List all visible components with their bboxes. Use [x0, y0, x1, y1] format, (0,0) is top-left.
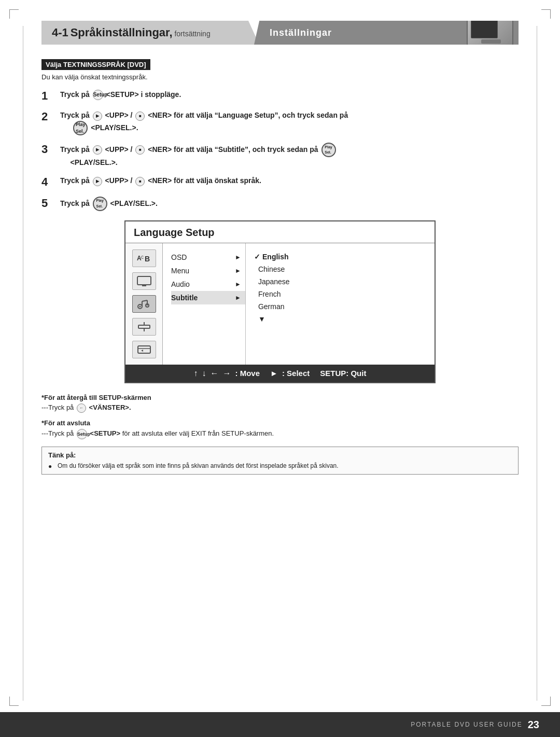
- lang-setup-header: Language Setup: [125, 221, 435, 243]
- lang-label-french: French: [258, 290, 281, 298]
- menu-item-audio-label: Audio: [171, 280, 190, 288]
- footer-up-arrow: ↑: [194, 369, 198, 378]
- page-number: 23: [528, 719, 539, 731]
- note2-text: ---Tryck på Setup <SETUP> för att avslut…: [41, 429, 519, 439]
- header-bar: 4-1 Språkinställningar, fortsättning Ins…: [41, 21, 519, 45]
- vline-left: [23, 26, 23, 701]
- corner-mark-tr: [541, 9, 551, 19]
- setup-icon-note2: Setup: [77, 429, 87, 439]
- section-heading: Välja TEXTNINGSSPRÅK [DVD]: [41, 59, 519, 73]
- corner-mark-bl: [9, 697, 19, 706]
- corner-mark-tl: [9, 9, 19, 19]
- footer-move-label: : Move: [235, 369, 260, 378]
- lang-label-english: English: [262, 253, 289, 261]
- play-sel-icon-5: PlaySel.: [93, 197, 107, 211]
- lang-option-english: ✓ English: [254, 251, 435, 263]
- menu-arrow-subtitle: ►: [235, 294, 241, 301]
- think-box-item: ● Om du försöker välja ett språk som int…: [48, 462, 512, 470]
- lang-option-japanese: Japanese: [254, 275, 435, 288]
- section-subtitle: fortsättning: [174, 30, 210, 38]
- svg-rect-4: [142, 285, 146, 286]
- step-2: 2 Tryck på ▶ <UPP> / ■ <NER> för att väl…: [41, 110, 519, 135]
- header-right: Inställningar: [254, 21, 519, 45]
- note1-title: *För att återgå till SETUP-skärmen: [41, 394, 519, 401]
- section-subtext: Du kan välja önskat textningsspråk.: [41, 73, 519, 81]
- section-number: 4-1: [52, 26, 68, 39]
- lang-label-japanese: Japanese: [258, 277, 290, 286]
- note-section: *För att återgå till SETUP-skärmen ---Tr…: [41, 394, 519, 439]
- lang-label-chinese: Chinese: [258, 265, 285, 273]
- ner-icon-2: ■: [135, 112, 145, 121]
- svg-text:c: c: [141, 254, 144, 260]
- svg-rect-11: [138, 325, 150, 328]
- header-title-box: 4-1 Språkinställningar, fortsättning: [41, 21, 259, 45]
- footer-right-arrow: →: [223, 369, 231, 378]
- bottom-bar: PORTABLE DVD USER GUIDE 23: [0, 712, 560, 737]
- step-1: 1 Tryck på Setup <SETUP> i stoppläge.: [41, 89, 519, 103]
- menu-item-osd: OSD ►: [171, 251, 245, 264]
- lang-label-german: German: [258, 302, 285, 311]
- svg-point-6: [139, 305, 141, 307]
- svg-rect-14: [138, 346, 150, 353]
- upp-icon-2: ▶: [93, 112, 102, 121]
- check-icon-french: [254, 290, 256, 298]
- menu-item-subtitle: Subtitle ►: [171, 291, 245, 304]
- menu-item-audio: Audio ►: [171, 277, 245, 291]
- dvd-hinge-shape: [481, 39, 501, 44]
- step-2-text: Tryck på ▶ <UPP> / ■ <NER> för att välja…: [60, 110, 519, 135]
- footer-left-arrow: ←: [211, 369, 219, 378]
- think-box-title: Tänk på:: [48, 451, 512, 459]
- steps-list: 1 Tryck på Setup <SETUP> i stoppläge. 2 …: [41, 89, 519, 211]
- check-icon-german: [254, 302, 256, 311]
- check-icon-english: ✓: [254, 253, 260, 261]
- menu-arrow-audio: ►: [235, 281, 241, 288]
- step-4: 4 Tryck på ▶ <UPP> / ■ <NER> för att väl…: [41, 175, 519, 189]
- lang-setup-title: Language Setup: [134, 227, 215, 238]
- lang-setup-sidebar: A c B: [125, 243, 163, 365]
- think-bullet: ●: [48, 463, 54, 470]
- lang-setup-footer: ↑ ↓ ← → : Move ► : Select SETUP: Quit: [125, 365, 435, 382]
- dvd-device-shape: [467, 16, 513, 47]
- lang-menu-col: OSD ► Menu ► Audio ► Subtitle ►: [163, 243, 246, 365]
- svg-text:B: B: [145, 255, 150, 263]
- svg-rect-3: [137, 276, 151, 285]
- sidebar-icon-tool: [132, 318, 156, 336]
- lang-options-col: ✓ English Chinese Japanese French: [246, 243, 435, 365]
- play-sel-icon-3: PlaySel.: [321, 143, 336, 157]
- dvd-screen-shape: [471, 20, 498, 38]
- step-4-number: 4: [41, 175, 60, 189]
- lang-option-chinese: Chinese: [254, 263, 435, 275]
- footer-select-label: : Select: [282, 369, 310, 378]
- vline-right: [537, 26, 537, 701]
- lang-down-arrow: ▼: [254, 313, 435, 325]
- heading-label: Välja TEXTNINGSSPRÅK [DVD]: [41, 59, 150, 70]
- language-setup-box: Language Setup A c B: [124, 220, 436, 383]
- menu-arrow-osd: ►: [235, 254, 241, 261]
- footer-setup-quit: SETUP: Quit: [320, 369, 366, 378]
- corner-mark-br: [541, 697, 551, 706]
- page: 4-1 Språkinställningar, fortsättning Ins…: [0, 0, 560, 737]
- svg-marker-16: [141, 350, 143, 352]
- step-3-number: 3: [41, 143, 60, 156]
- step-3: 3 Tryck på ▶ <UPP> / ■ <NER> för att väl…: [41, 143, 519, 168]
- sidebar-icon-abc: A c B: [132, 249, 156, 267]
- menu-arrow-menu: ►: [235, 267, 241, 274]
- sidebar-icon-back: [132, 341, 156, 358]
- menu-item-subtitle-label: Subtitle: [171, 294, 198, 302]
- upp-icon-4: ▶: [93, 177, 102, 186]
- ner-icon-3: ■: [135, 145, 145, 155]
- menu-item-osd-label: OSD: [171, 253, 187, 261]
- ner-icon-4: ■: [135, 177, 145, 186]
- main-content: 4-1 Språkinställningar, fortsättning Ins…: [0, 0, 560, 495]
- check-icon-japanese: [254, 277, 256, 286]
- device-image: [467, 16, 513, 49]
- menu-item-menu: Menu ►: [171, 264, 245, 277]
- bottom-bar-label: PORTABLE DVD USER GUIDE: [411, 721, 523, 728]
- step-3-text: Tryck på ▶ <UPP> / ■ <NER> för att välja…: [60, 143, 519, 168]
- step-5-text: Tryck på PlaySel. <PLAY/SEL.>.: [60, 197, 519, 211]
- svg-line-8: [142, 300, 147, 301]
- lang-option-german: German: [254, 300, 435, 313]
- menu-item-menu-label: Menu: [171, 267, 189, 275]
- step-4-text: Tryck på ▶ <UPP> / ■ <NER> för att välja…: [60, 175, 519, 186]
- lang-setup-body: A c B: [125, 243, 435, 365]
